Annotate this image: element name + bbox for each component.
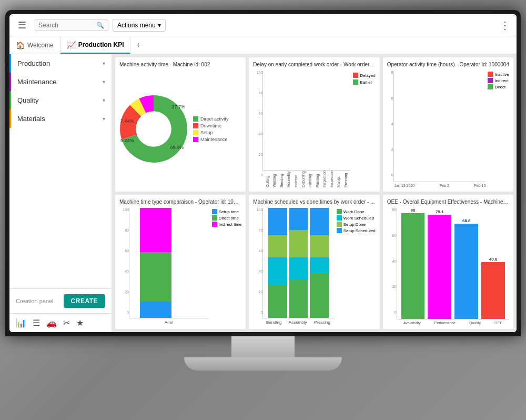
tabs-bar: 🏠 Welcome 📈 Production KPI + <box>9 36 517 54</box>
create-button[interactable]: CREATE <box>64 294 105 308</box>
more-options-icon[interactable]: ⋮ <box>498 19 512 32</box>
svg-point-4 <box>136 111 171 146</box>
chart-operator-body: 86420 <box>387 71 509 187</box>
chart-machine-time-title: Machine time type comparaison - Operator… <box>119 199 241 205</box>
search-icon: 🔍 <box>96 22 104 29</box>
chevron-down-icon: ▾ <box>103 116 105 122</box>
donut-chart-svg <box>119 95 188 163</box>
search-box[interactable]: 🔍 <box>35 19 108 31</box>
legend-color-direct <box>193 116 198 122</box>
list-icon[interactable]: ☰ <box>33 318 40 328</box>
chart-delay-work-order: Delay on early completed work order - Wo… <box>249 57 379 192</box>
tab-production-label: Production KPI <box>78 41 124 48</box>
chart-delay-body: 100806040200 <box>253 71 375 187</box>
sidebar-maintenance-label: Maintenance <box>17 78 56 86</box>
tab-production-kpi[interactable]: 📈 Production KPI <box>60 36 131 54</box>
tab-welcome-icon: 🏠 <box>16 41 25 49</box>
actions-menu-button[interactable]: Actions menu ▾ <box>113 19 166 32</box>
screen-inner: ☰ 🔍 Actions menu ▾ ⋮ 🏠 Welcome <box>9 14 517 332</box>
donut-legend: Direct activity Downtime Setup <box>193 116 229 142</box>
chart-machine-activity-body: 69.6% 17.7% 7.44% 5.24% <box>119 71 241 187</box>
monitor-wrapper: ☰ 🔍 Actions menu ▾ ⋮ 🏠 Welcome <box>5 10 521 410</box>
app-header: ☰ 🔍 Actions menu ▾ ⋮ <box>9 14 517 36</box>
tools-icon[interactable]: ✂ <box>63 318 70 328</box>
legend-color-downtime <box>193 123 198 128</box>
actions-label: Actions menu <box>117 22 156 29</box>
legend-direct-activity: Direct activity <box>193 116 229 122</box>
monitor-stand-neck <box>231 336 295 357</box>
legend-color-setup <box>193 130 198 135</box>
chart-operator-activity: Operator activity time (hours) - Operato… <box>383 57 513 192</box>
legend-label-downtime: Downtime <box>200 123 221 128</box>
chart-machine-time-type: Machine time type comparaison - Operator… <box>115 195 246 329</box>
chart-oee: OEE - Overall Equipment Effectiveness - … <box>383 195 513 329</box>
chart-oee-title: OEE - Overall Equipment Effectiveness - … <box>387 199 509 205</box>
legend-setup: Setup <box>193 130 229 135</box>
actions-chevron-icon: ▾ <box>158 22 161 29</box>
tab-add-button[interactable]: + <box>130 41 146 50</box>
tab-welcome-label: Welcome <box>27 42 54 49</box>
sidebar-production-label: Production <box>17 59 50 67</box>
content-area: Machine activity time - Machine id: 002 <box>112 54 517 332</box>
sidebar-item-quality[interactable]: Quality ▾ <box>9 91 112 109</box>
legend-label-direct: Direct activity <box>200 116 229 122</box>
search-input[interactable] <box>38 22 96 29</box>
screen: ☰ 🔍 Actions menu ▾ ⋮ 🏠 Welcome <box>5 10 521 336</box>
legend-downtime: Downtime <box>193 123 229 128</box>
chart-icon[interactable]: 📊 <box>16 318 26 328</box>
chart-machine-activity: Machine activity time - Machine id: 002 <box>115 57 246 192</box>
chart-machine-scheduled-body: 100806040200 <box>253 208 375 325</box>
chevron-down-icon: ▾ <box>103 97 105 103</box>
main-layout: Production ▾ Maintenance ▾ Quality ▾ Mat… <box>9 54 517 332</box>
hamburger-icon[interactable]: ☰ <box>14 19 31 31</box>
chart-operator-title: Operator activity time (hours) - Operato… <box>387 62 509 67</box>
monitor-stand-base <box>184 357 342 371</box>
chart-oee-body: 806040200 80 <box>387 208 509 325</box>
legend-maintenance: Maintenance <box>193 137 229 142</box>
legend-color-maintenance <box>193 137 198 142</box>
sidebar-footer: 📊 ☰ 🚗 ✂ ★ <box>9 313 112 332</box>
chart-machine-scheduled: Machine scheduled vs done times by work … <box>249 195 379 329</box>
chart-machine-time-body: 100806040200 <box>119 208 241 325</box>
chevron-down-icon: ▾ <box>103 79 105 85</box>
chart-machine-scheduled-title: Machine scheduled vs done times by work … <box>253 199 375 205</box>
tab-production-icon: 📈 <box>67 41 76 49</box>
sidebar-quality-label: Quality <box>17 96 38 104</box>
vehicle-icon[interactable]: 🚗 <box>46 318 57 328</box>
chart-machine-activity-title: Machine activity time - Machine id: 002 <box>119 62 241 67</box>
tab-welcome[interactable]: 🏠 Welcome <box>9 36 60 54</box>
sidebar: Production ▾ Maintenance ▾ Quality ▾ Mat… <box>9 54 112 332</box>
favorites-icon[interactable]: ★ <box>76 318 84 328</box>
chevron-down-icon: ▾ <box>103 61 105 66</box>
sidebar-item-production[interactable]: Production ▾ <box>9 54 112 73</box>
legend-label-setup: Setup <box>200 130 213 135</box>
sidebar-item-maintenance[interactable]: Maintenance ▾ <box>9 73 112 91</box>
sidebar-item-materials[interactable]: Materials ▾ <box>9 109 112 128</box>
creation-panel-label: Creation panel <box>16 298 54 304</box>
sidebar-materials-label: Materials <box>17 115 45 123</box>
chart-delay-title: Delay on early completed work order - Wo… <box>253 62 375 67</box>
creation-panel: Creation panel CREATE <box>9 288 112 313</box>
legend-label-maintenance: Maintenance <box>200 137 228 142</box>
